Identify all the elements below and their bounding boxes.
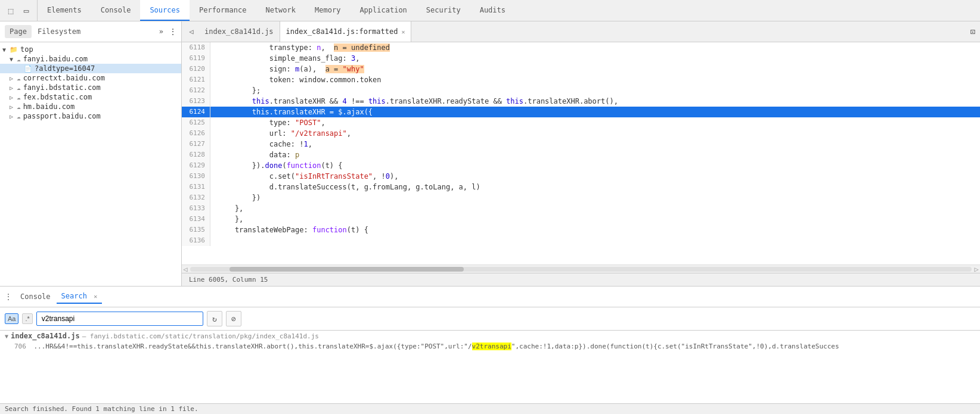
case-sensitive-toggle[interactable]: Aa	[5, 313, 18, 324]
tree-item-fex-bdstatic[interactable]: ▷ ☁ fex.bdstatic.com	[0, 92, 181, 102]
editor-tab-minified[interactable]: index_c8a141d.js	[199, 21, 280, 42]
panel-options-btn[interactable]: ⋮	[169, 27, 176, 36]
tree-item-correctxt[interactable]: ▷ ☁ correctxt.baidu.com	[0, 73, 181, 83]
main-area: Page Filesystem » ⋮ ▼ 📁 top ▼ ☁ fanyi.ba…	[0, 21, 980, 286]
tab-filesystem[interactable]: Filesystem	[33, 25, 85, 38]
tree-item-top[interactable]: ▼ 📁 top	[0, 45, 181, 54]
search-status-text: Search finished. Found 1 matching line i…	[5, 405, 199, 413]
tab-memory[interactable]: Memory	[305, 0, 350, 21]
code-line-6120: 6120 sign: m(a), a = "why"	[182, 64, 980, 74]
tree-label: passport.baidu.com	[23, 112, 101, 120]
result-filename: index_c8a141d.js	[11, 332, 80, 340]
domain-icon: ☁	[17, 84, 21, 92]
result-match-highlight: v2transapi	[472, 343, 511, 350]
tab-page[interactable]: Page	[5, 25, 32, 38]
tree-item-fanyi-baidu[interactable]: ▼ ☁ fanyi.baidu.com	[0, 54, 181, 64]
collapse-editor-btn[interactable]: ◁	[184, 27, 199, 36]
tree-item-passport-baidu[interactable]: ▷ ☁ passport.baidu.com	[0, 111, 181, 121]
tree-label: hm.baidu.com	[23, 102, 75, 111]
left-panel-tabs: Page Filesystem » ⋮	[0, 21, 181, 42]
cancel-search-btn[interactable]: ⊘	[226, 311, 241, 326]
domain-icon: ☁	[17, 55, 21, 63]
close-tab-btn[interactable]: ✕	[401, 29, 405, 35]
device-icon[interactable]: ▭	[20, 5, 32, 17]
hscroll-left-btn[interactable]: ◁	[182, 265, 189, 273]
code-line-6129: 6129 }).done(function(t) {	[182, 160, 980, 171]
tree-item-aldtype[interactable]: 📄 ?aldtype=16047	[0, 64, 181, 73]
tree-label: correctxt.baidu.com	[23, 74, 105, 82]
expand-editor-btn[interactable]: ⊡	[966, 27, 980, 36]
tab-network[interactable]: Network	[256, 0, 305, 21]
code-editor[interactable]: 6118 transtype: n, n = undefined 6119 si…	[182, 42, 980, 264]
bottom-panel-tabs: ⋮ Console Search ✕	[0, 287, 980, 307]
inspect-icon[interactable]: ⬚	[5, 5, 17, 17]
hscroll-track[interactable]	[190, 267, 972, 272]
editor-tab-formatted[interactable]: index_c8a141d.js:formatted ✕	[280, 21, 412, 42]
search-input-wrap	[36, 312, 203, 326]
status-text: Line 6005, Column 15	[189, 276, 268, 284]
tab-application[interactable]: Application	[350, 0, 416, 21]
bottom-panel-menu-btn[interactable]: ⋮	[5, 292, 12, 301]
close-search-tab-btn[interactable]: ✕	[94, 293, 97, 300]
horizontal-scrollbar[interactable]: ◁ ▷	[182, 264, 980, 273]
right-panel: ◁ index_c8a141d.js index_c8a141d.js:form…	[182, 21, 980, 286]
tab-elements[interactable]: Elements	[38, 0, 91, 21]
bottom-panel: ⋮ Console Search ✕ Aa .* ↻ ⊘ ▼ index_c8a…	[0, 286, 980, 414]
status-bar: Line 6005, Column 15	[182, 273, 980, 286]
file-icon: 📄	[24, 65, 32, 73]
code-line-6134: 6134 },	[182, 214, 980, 225]
code-line-6126: 6126 url: "/v2transapi",	[182, 128, 980, 139]
code-line-6131: 6131 d.translateSuccess(t, g.fromLang, g…	[182, 182, 980, 192]
domain-icon: ☁	[17, 103, 21, 111]
code-line-6123: 6123 this.translateXHR && 4 !== this.tra…	[182, 96, 980, 107]
tab-performance[interactable]: Performance	[190, 0, 256, 21]
tree-item-hm-baidu[interactable]: ▷ ☁ hm.baidu.com	[0, 102, 181, 111]
tab-console-bottom[interactable]: Console	[15, 290, 55, 303]
tree-label: fanyi.bdstatic.com	[23, 83, 101, 92]
hscroll-right-btn[interactable]: ▷	[973, 265, 980, 273]
code-lines: 6118 transtype: n, n = undefined 6119 si…	[182, 42, 980, 246]
refresh-search-btn[interactable]: ↻	[207, 311, 222, 326]
tab-sources[interactable]: Sources	[140, 0, 190, 21]
code-line-6125: 6125 type: "POST",	[182, 117, 980, 128]
editor-tabs: ◁ index_c8a141d.js index_c8a141d.js:form…	[182, 21, 980, 42]
tree-arrow: ▷	[10, 94, 17, 101]
more-tabs-btn[interactable]: »	[159, 27, 163, 36]
tab-security[interactable]: Security	[417, 0, 470, 21]
code-line-6132: 6132 })	[182, 192, 980, 203]
search-input[interactable]	[36, 312, 203, 326]
tree-arrow: ▷	[10, 75, 17, 82]
code-line-6124: 6124 this.translateXHR = $.ajax({	[182, 107, 980, 117]
search-result-line[interactable]: 706 ...HR&&4!==this.translateXHR.readySt…	[0, 341, 980, 351]
file-tree: ▼ 📁 top ▼ ☁ fanyi.baidu.com 📄 ?aldtype=1…	[0, 42, 181, 286]
result-line-content-after: ",cache:!1,data:p}).done(function(t){c.s…	[511, 343, 839, 350]
tree-label: fex.bdstatic.com	[23, 93, 92, 101]
hscroll-thumb[interactable]	[230, 267, 464, 272]
editor-tab-label: index_c8a141d.js	[204, 27, 274, 36]
result-line-content-before: ...HR&&4!==this.translateXHR.readyState&…	[34, 343, 472, 350]
search-bar: Aa .* ↻ ⊘	[0, 307, 980, 331]
code-line-6122: 6122 };	[182, 85, 980, 96]
tree-arrow: ▼	[2, 46, 10, 53]
editor-tab-label: index_c8a141d.js:formatted	[286, 27, 398, 36]
top-tabs: Elements Console Sources Performance Net…	[38, 0, 515, 21]
search-file-row[interactable]: ▼ index_c8a141d.js — fanyi.bdstatic.com/…	[0, 331, 980, 341]
code-line-6127: 6127 cache: !1,	[182, 139, 980, 150]
domain-icon: ☁	[17, 113, 21, 120]
left-panel: Page Filesystem » ⋮ ▼ 📁 top ▼ ☁ fanyi.ba…	[0, 21, 182, 286]
code-line-6121: 6121 token: window.common.token	[182, 74, 980, 85]
tree-arrow: ▼	[10, 56, 17, 63]
tab-console[interactable]: Console	[91, 0, 141, 21]
domain-icon: ☁	[17, 94, 21, 101]
tab-search-bottom[interactable]: Search ✕	[57, 290, 103, 304]
code-line-6136: 6136	[182, 235, 980, 246]
result-filepath: — fanyi.bdstatic.com/static/translation/…	[82, 332, 319, 340]
tree-item-fanyi-bdstatic[interactable]: ▷ ☁ fanyi.bdstatic.com	[0, 83, 181, 92]
tab-audits[interactable]: Audits	[470, 0, 515, 21]
folder-icon: 📁	[10, 46, 18, 54]
collapse-result-icon: ▼	[5, 333, 8, 340]
regex-toggle[interactable]: .*	[22, 313, 32, 324]
result-line-num: 706	[14, 343, 26, 350]
code-line-6130: 6130 c.set("isInRtTransState", !0),	[182, 171, 980, 182]
tree-arrow: ▷	[10, 104, 17, 110]
